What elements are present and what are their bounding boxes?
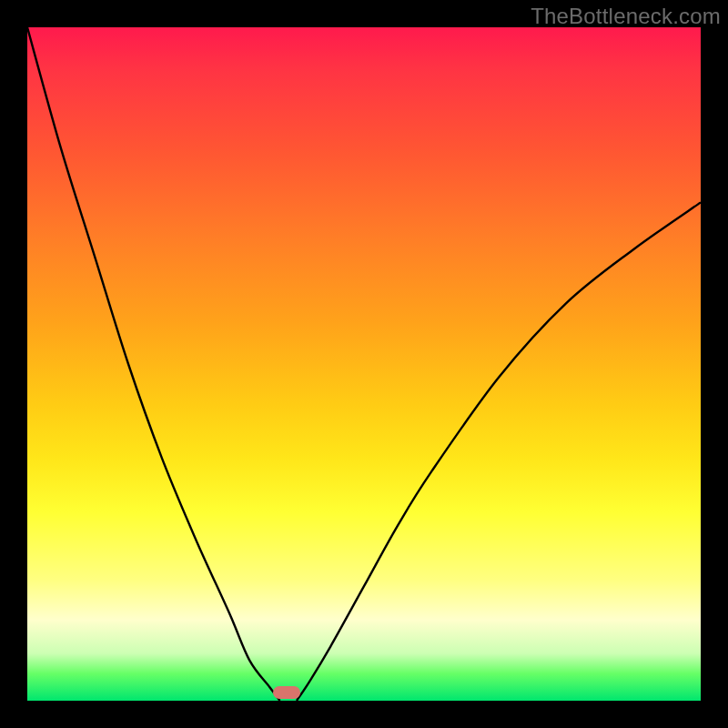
curve-right-branch: [297, 202, 701, 701]
optimal-range-marker: [273, 686, 300, 699]
watermark-text: TheBottleneck.com: [531, 4, 721, 29]
plot-area: [27, 27, 701, 701]
curve-left-branch: [27, 27, 280, 701]
chart-frame: TheBottleneck.com: [0, 0, 728, 728]
bottleneck-curve: [27, 27, 701, 701]
